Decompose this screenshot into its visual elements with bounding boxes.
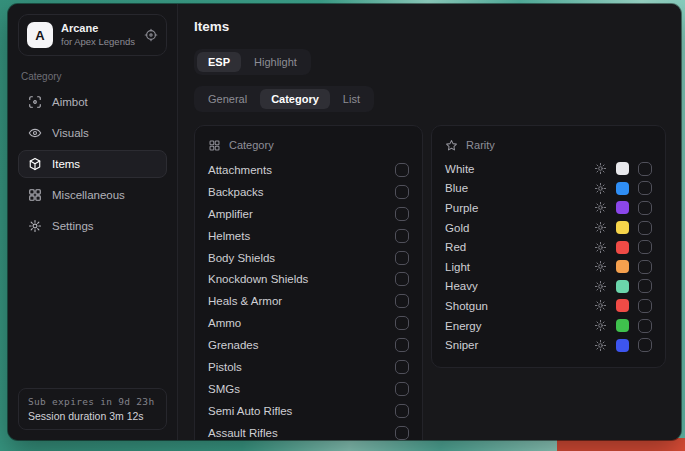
category-panel-title: Category [229, 139, 274, 151]
rarity-row-label: Blue [445, 182, 468, 194]
category-row: Backpacks [208, 181, 409, 203]
rarity-row: Shotgun [445, 296, 652, 316]
checkbox[interactable] [395, 360, 409, 374]
color-swatch[interactable] [616, 182, 629, 195]
color-swatch[interactable] [616, 260, 629, 273]
sidebar-item-miscellaneous[interactable]: Miscellaneous [18, 181, 167, 209]
checkbox[interactable] [638, 279, 652, 293]
checkbox[interactable] [395, 163, 409, 177]
rarity-row: Red [445, 237, 652, 257]
sidebar-item-label: Aimbot [52, 96, 88, 108]
gear-icon[interactable] [594, 221, 607, 234]
category-row-label: Grenades [208, 339, 259, 351]
tab-list[interactable]: List [332, 89, 371, 109]
checkbox[interactable] [638, 181, 652, 195]
brand-text: Arcane for Apex Legends [61, 22, 135, 48]
color-swatch[interactable] [616, 319, 629, 332]
mode-option-highlight[interactable]: Highlight [243, 52, 308, 72]
checkbox[interactable] [395, 382, 409, 396]
gear-icon[interactable] [594, 280, 607, 293]
sidebar-item-label: Settings [52, 220, 94, 232]
checkbox[interactable] [638, 338, 652, 352]
sidebar-item-label: Miscellaneous [52, 189, 125, 201]
gear-icon[interactable] [594, 299, 607, 312]
rarity-rows: White Blue Purple Gold Red [445, 159, 652, 355]
checkbox[interactable] [395, 207, 409, 221]
checkbox[interactable] [395, 294, 409, 308]
color-swatch[interactable] [616, 162, 629, 175]
color-swatch[interactable] [616, 280, 629, 293]
gear-icon[interactable] [594, 241, 607, 254]
category-row: Semi Auto Rifles [208, 400, 409, 422]
sidebar-item-aimbot[interactable]: Aimbot [18, 88, 167, 116]
category-row-label: Pistols [208, 361, 242, 373]
checkbox[interactable] [395, 272, 409, 286]
rarity-row: Gold [445, 218, 652, 238]
category-row: Helmets [208, 225, 409, 247]
target-icon[interactable] [144, 28, 158, 42]
brand-name: Arcane [61, 22, 135, 36]
category-row-label: Knockdown Shields [208, 273, 308, 285]
checkbox[interactable] [638, 221, 652, 235]
rarity-row-label: Heavy [445, 280, 478, 292]
subscription-status-card: Sub expires in 9d 23h Session duration 3… [18, 388, 167, 430]
rarity-panel-header: Rarity [445, 136, 652, 154]
category-row: Body Shields [208, 247, 409, 269]
gear-icon[interactable] [594, 339, 607, 352]
gear-icon[interactable] [594, 182, 607, 195]
category-row: Ammo [208, 312, 409, 334]
rarity-row: Light [445, 257, 652, 277]
grid-icon [208, 139, 221, 152]
mode-option-esp[interactable]: ESP [197, 52, 241, 72]
checkbox[interactable] [638, 240, 652, 254]
sidebar-item-label: Visuals [52, 127, 89, 139]
category-panel-header: Category [208, 136, 409, 154]
sidebar-item-settings[interactable]: Settings [18, 212, 167, 240]
star-icon [445, 139, 458, 152]
rarity-row-label: Shotgun [445, 300, 488, 312]
gear-icon[interactable] [594, 319, 607, 332]
category-row: Knockdown Shields [208, 268, 409, 290]
rarity-panel: Rarity White Blue Purple Gold [431, 125, 666, 368]
miscellaneous-grid-icon [28, 188, 42, 202]
sidebar-item-items[interactable]: Items [18, 150, 167, 178]
checkbox[interactable] [638, 162, 652, 176]
color-swatch[interactable] [616, 299, 629, 312]
sidebar-item-visuals[interactable]: Visuals [18, 119, 167, 147]
color-swatch[interactable] [616, 201, 629, 214]
checkbox[interactable] [395, 404, 409, 418]
checkbox[interactable] [395, 426, 409, 440]
rarity-row: Purple [445, 198, 652, 218]
sidebar-item-label: Items [52, 158, 80, 170]
sidebar: A Arcane for Apex Legends Category Aimbo… [8, 4, 178, 440]
brand-card: A Arcane for Apex Legends [18, 14, 167, 56]
checkbox[interactable] [395, 316, 409, 330]
checkbox[interactable] [638, 319, 652, 333]
app-window: A Arcane for Apex Legends Category Aimbo… [8, 4, 681, 440]
category-row-label: Helmets [208, 230, 250, 242]
color-swatch[interactable] [616, 241, 629, 254]
gear-icon[interactable] [594, 260, 607, 273]
rarity-panel-title: Rarity [466, 139, 495, 151]
color-swatch[interactable] [616, 221, 629, 234]
checkbox[interactable] [395, 185, 409, 199]
checkbox[interactable] [638, 201, 652, 215]
checkbox[interactable] [638, 260, 652, 274]
gear-icon[interactable] [594, 201, 607, 214]
sub-expiry-text: Sub expires in 9d 23h [28, 396, 157, 407]
gear-icon[interactable] [594, 162, 607, 175]
tab-general[interactable]: General [197, 89, 258, 109]
settings-gear-icon [28, 219, 42, 233]
category-row: Attachments [208, 159, 409, 181]
rarity-row-label: Gold [445, 222, 469, 234]
rarity-row: White [445, 159, 652, 179]
rarity-row: Energy [445, 316, 652, 336]
checkbox[interactable] [395, 251, 409, 265]
color-swatch[interactable] [616, 339, 629, 352]
checkbox[interactable] [395, 229, 409, 243]
checkbox[interactable] [638, 299, 652, 313]
checkbox[interactable] [395, 338, 409, 352]
tab-category[interactable]: Category [260, 89, 330, 109]
category-row-label: Heals & Armor [208, 295, 282, 307]
category-row: Grenades [208, 334, 409, 356]
